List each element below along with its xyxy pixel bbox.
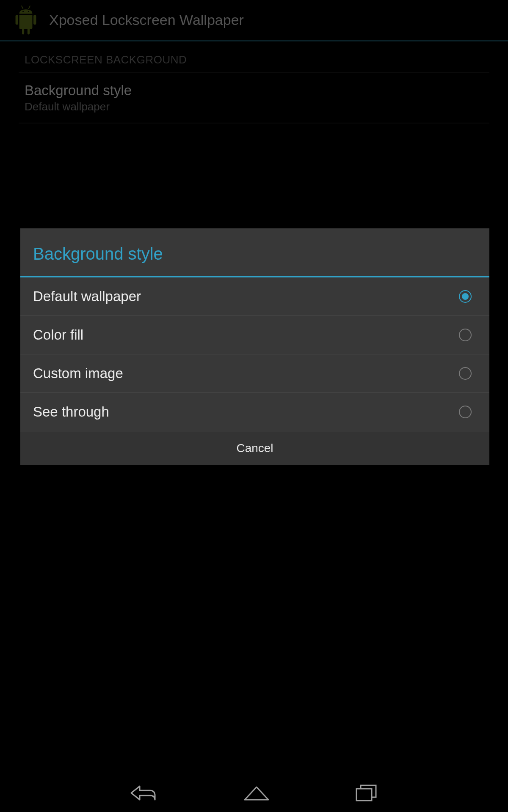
radio-icon — [459, 406, 472, 418]
app-title: Xposed Lockscreen Wallpaper — [49, 12, 244, 28]
preference-title: Background style — [25, 82, 483, 99]
dialog-option-see-through[interactable]: See through — [20, 393, 489, 431]
back-icon[interactable] — [130, 784, 158, 802]
dialog-title-bar: Background style — [20, 228, 489, 277]
svg-line-1 — [28, 5, 30, 9]
navigation-bar — [0, 774, 508, 812]
preference-background-style[interactable]: Background style Default wallpaper — [19, 73, 489, 123]
section-header: LOCKSCREEN BACKGROUND — [19, 41, 489, 73]
dialog-option-custom-image[interactable]: Custom image — [20, 354, 489, 393]
home-icon[interactable] — [243, 785, 270, 801]
recent-apps-icon[interactable] — [355, 784, 378, 802]
dialog-option-label: Custom image — [33, 365, 123, 381]
svg-point-4 — [22, 11, 24, 12]
app-header: Xposed Lockscreen Wallpaper — [0, 0, 508, 41]
preference-summary: Default wallpaper — [25, 100, 483, 113]
dialog-option-color-fill[interactable]: Color fill — [20, 316, 489, 354]
svg-line-0 — [22, 5, 23, 9]
radio-icon — [459, 290, 472, 303]
dialog-option-default-wallpaper[interactable]: Default wallpaper — [20, 277, 489, 316]
dialog-option-label: Default wallpaper — [33, 288, 141, 304]
background-style-dialog: Background style Default wallpaper Color… — [20, 228, 489, 465]
dialog-option-label: Color fill — [33, 327, 83, 343]
dialog-title: Background style — [33, 244, 477, 263]
svg-rect-2 — [16, 15, 18, 25]
radio-icon — [459, 329, 472, 341]
radio-icon — [459, 367, 472, 380]
dialog-option-label: See through — [33, 404, 109, 420]
cancel-button[interactable]: Cancel — [236, 442, 273, 455]
settings-container: LOCKSCREEN BACKGROUND Background style D… — [0, 41, 508, 123]
svg-rect-6 — [356, 789, 372, 801]
svg-rect-3 — [33, 15, 36, 25]
dialog-button-bar: Cancel — [20, 431, 489, 465]
android-icon — [13, 5, 39, 36]
svg-point-5 — [28, 11, 29, 12]
